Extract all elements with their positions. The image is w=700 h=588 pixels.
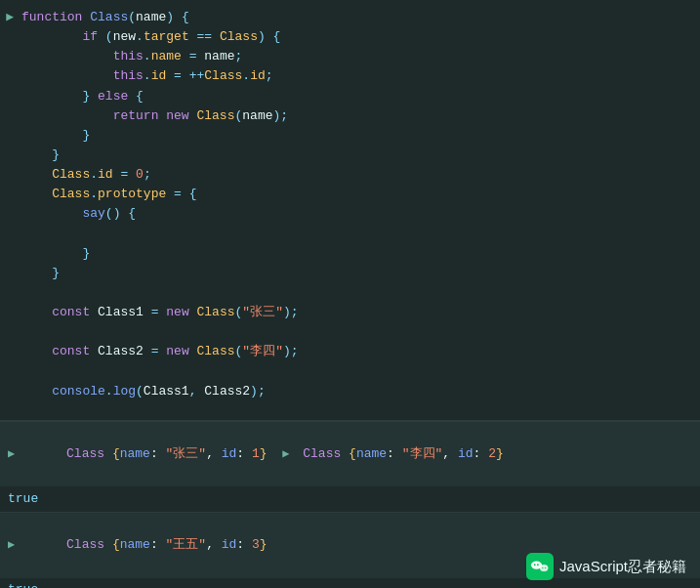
code-text: return new Class(name); (21, 106, 692, 126)
code-line-19 (0, 362, 700, 382)
code-text (21, 362, 692, 382)
code-line-8: } (0, 146, 700, 165)
console-row-1: ▶ Class {name: "张三", id: 1} ▶ Class {nam… (0, 421, 700, 486)
svg-point-6 (545, 567, 546, 568)
console-output-1: Class {name: "张三", id: 1} ▶ Class {name:… (21, 424, 504, 484)
code-line-10: Class.prototype = { (0, 185, 700, 204)
code-text: if (new.target == Class) { (21, 27, 692, 47)
code-text: say() { (21, 204, 692, 224)
code-text: function Class(name) { (21, 8, 692, 27)
code-text: console.log(Class1, Class2); (21, 382, 692, 401)
console-output-2: true (8, 489, 38, 510)
wechat-icon (526, 553, 554, 580)
line-gutter: ▶ (0, 8, 21, 27)
watermark: JavaScript忍者秘籍 (526, 553, 686, 580)
code-line-17 (0, 322, 700, 342)
code-line-16: const Class1 = new Class("张三"); (0, 303, 700, 322)
code-text: this.id = ++Class.id; (21, 66, 692, 86)
code-line-5: } else { (0, 87, 700, 106)
code-text (21, 322, 692, 342)
code-line-21 (0, 401, 700, 420)
code-line-4: this.id = ++Class.id; (0, 66, 700, 86)
code-text: const Class1 = new Class("张三"); (21, 303, 692, 322)
svg-point-2 (534, 564, 536, 566)
watermark-label: JavaScript忍者秘籍 (559, 558, 686, 576)
code-line-14: } (0, 264, 700, 283)
code-text (21, 225, 692, 244)
code-text: } (21, 146, 692, 165)
code-line-2: if (new.target == Class) { (0, 27, 700, 47)
console-panel: ▶ Class {name: "张三", id: 1} ▶ Class {nam… (0, 420, 700, 588)
code-line-1: ▶ function Class(name) { (0, 8, 700, 27)
code-text: Class.prototype = { (21, 185, 692, 204)
code-text (21, 283, 692, 303)
svg-point-4 (540, 565, 548, 571)
code-text: } (21, 264, 692, 283)
code-line-13: } (0, 244, 700, 264)
code-line-11: say() { (0, 204, 700, 224)
code-editor: ▶ function Class(name) { if (new.target … (0, 0, 700, 420)
expand-arrow-3[interactable]: ▶ (8, 536, 15, 555)
code-line-7: } (0, 126, 700, 146)
code-line-9: Class.id = 0; (0, 165, 700, 185)
code-text: } (21, 126, 692, 146)
code-line-12 (0, 225, 700, 244)
code-text: } (21, 244, 692, 264)
console-row-2: true (0, 486, 700, 512)
console-output-3: Class {name: "王五", id: 3} (21, 515, 267, 575)
svg-point-3 (537, 564, 539, 566)
code-text: } else { (21, 87, 692, 106)
code-line-15 (0, 283, 700, 303)
code-line-18: const Class2 = new Class("李四"); (0, 342, 700, 361)
code-line-3: this.name = name; (0, 47, 700, 66)
code-text (21, 401, 692, 420)
expand-arrow-1[interactable]: ▶ (8, 445, 15, 464)
code-text: Class.id = 0; (21, 165, 692, 185)
console-output-4: true (8, 580, 38, 588)
code-text: const Class2 = new Class("李四"); (21, 342, 692, 361)
code-text: this.name = name; (21, 47, 692, 66)
code-line-6: return new Class(name); (0, 106, 700, 126)
code-line-20: console.log(Class1, Class2); (0, 382, 700, 401)
svg-point-5 (542, 567, 543, 568)
